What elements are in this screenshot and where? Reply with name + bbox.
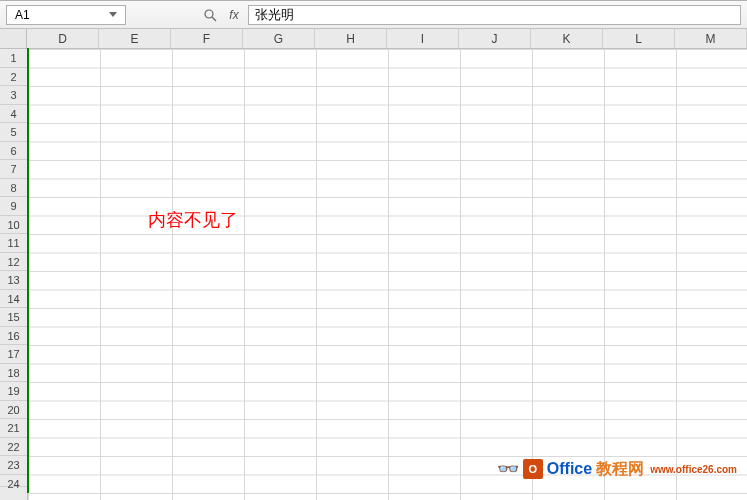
row-header[interactable]: 5 [0, 123, 27, 142]
row-header[interactable]: 6 [0, 142, 27, 161]
grid-area: 1 2 3 4 5 6 7 8 9 10 11 12 13 14 15 16 1… [0, 49, 747, 500]
row-header[interactable]: 8 [0, 179, 27, 198]
name-box[interactable]: A1 [6, 5, 126, 25]
zoom-icon[interactable] [202, 7, 218, 23]
annotation-text: 内容不见了 [148, 208, 238, 232]
name-box-value: A1 [15, 8, 109, 22]
formula-bar: A1 fx 张光明 [0, 1, 747, 29]
glasses-icon: 👓 [497, 458, 519, 480]
col-header[interactable]: M [675, 29, 747, 48]
row-header[interactable]: 15 [0, 308, 27, 327]
col-header[interactable]: G [243, 29, 315, 48]
col-header[interactable]: E [99, 29, 171, 48]
watermark-suffix: 教程网 [596, 459, 644, 480]
watermark-brand: Office [547, 460, 592, 478]
row-header[interactable]: 21 [0, 419, 27, 438]
logo-badge: O [523, 459, 543, 479]
row-header[interactable]: 10 [0, 216, 27, 235]
row-header[interactable]: 23 [0, 456, 27, 475]
row-header[interactable]: 22 [0, 438, 27, 457]
row-header[interactable]: 13 [0, 271, 27, 290]
header-row: D E F G H I J K L M [0, 29, 747, 49]
row-header[interactable]: 12 [0, 253, 27, 272]
cells-grid[interactable]: 内容不见了 [28, 49, 747, 500]
formula-input[interactable]: 张光明 [248, 5, 741, 25]
row-header[interactable]: 16 [0, 327, 27, 346]
row-header[interactable]: 4 [0, 105, 27, 124]
row-header[interactable]: 18 [0, 364, 27, 383]
row-header[interactable]: 2 [0, 68, 27, 87]
row-header[interactable]: 19 [0, 382, 27, 401]
formula-value: 张光明 [255, 6, 294, 24]
row-header[interactable]: 9 [0, 197, 27, 216]
row-header[interactable]: 3 [0, 86, 27, 105]
row-headers: 1 2 3 4 5 6 7 8 9 10 11 12 13 14 15 16 1… [0, 49, 28, 500]
formula-icons: fx [202, 7, 242, 23]
svg-line-1 [212, 17, 216, 21]
watermark-url: www.office26.com [650, 464, 737, 475]
col-header[interactable]: H [315, 29, 387, 48]
row-header[interactable]: 24 [0, 475, 27, 487]
row-header[interactable]: 1 [0, 49, 27, 68]
col-header[interactable]: K [531, 29, 603, 48]
col-header[interactable]: D [27, 29, 99, 48]
active-cell-indicator [27, 48, 29, 493]
col-header[interactable]: I [387, 29, 459, 48]
col-header[interactable]: F [171, 29, 243, 48]
row-header[interactable]: 7 [0, 160, 27, 179]
watermark: 👓 O Office教程网 www.office26.com [497, 458, 737, 480]
fx-icon[interactable]: fx [226, 7, 242, 23]
select-all-corner[interactable] [0, 29, 27, 49]
dropdown-arrow-icon[interactable] [109, 12, 117, 17]
column-headers: D E F G H I J K L M [27, 29, 747, 49]
row-header[interactable]: 14 [0, 290, 27, 309]
svg-point-0 [205, 10, 213, 18]
col-header[interactable]: L [603, 29, 675, 48]
row-header[interactable]: 11 [0, 234, 27, 253]
row-header[interactable]: 20 [0, 401, 27, 420]
row-header[interactable]: 17 [0, 345, 27, 364]
col-header[interactable]: J [459, 29, 531, 48]
